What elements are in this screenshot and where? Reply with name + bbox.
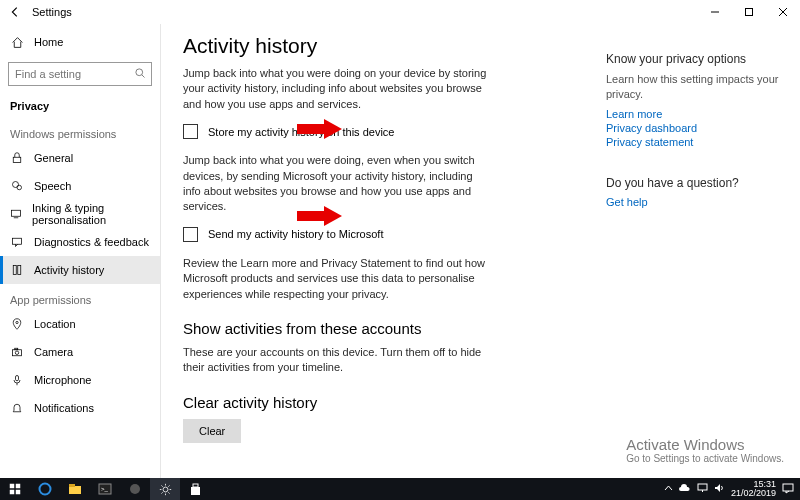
sidebar-item-diagnostics[interactable]: Diagnostics & feedback	[0, 228, 160, 256]
search-icon	[134, 67, 146, 81]
accounts-heading: Show activities from these accounts	[183, 320, 580, 337]
svg-rect-17	[10, 484, 15, 489]
tray-network-icon[interactable]	[697, 483, 708, 495]
svg-rect-15	[15, 348, 18, 350]
send-history-label: Send my activity history to Microsoft	[208, 228, 383, 240]
get-help-link[interactable]: Get help	[606, 196, 784, 208]
svg-rect-28	[191, 487, 200, 495]
main-area: Activity history Jump back into what you…	[160, 24, 800, 478]
sidebar-home-label: Home	[34, 36, 63, 48]
window-close-button[interactable]	[766, 0, 800, 24]
taskbar-date: 21/02/2019	[731, 489, 776, 498]
window-maximize-button[interactable]	[732, 0, 766, 24]
svg-rect-23	[69, 484, 75, 487]
intro-text: Jump back into what you were doing on yo…	[183, 66, 493, 112]
settings-sidebar: Home Privacy Windows permissions General…	[0, 24, 160, 478]
sidebar-item-inking[interactable]: Inking & typing personalisation	[0, 200, 160, 228]
sidebar-item-label: Diagnostics & feedback	[34, 236, 149, 248]
feedback-icon	[10, 236, 24, 248]
sidebar-item-label: Inking & typing personalisation	[32, 202, 160, 226]
taskbar-settings[interactable]	[150, 478, 180, 500]
page-title: Activity history	[183, 34, 580, 58]
svg-rect-16	[16, 376, 19, 381]
back-icon[interactable]	[8, 5, 22, 19]
taskbar-terminal[interactable]: >_	[90, 478, 120, 500]
learn-more-link[interactable]: Learn more	[606, 108, 784, 120]
svg-rect-10	[13, 266, 16, 275]
svg-point-6	[17, 185, 22, 190]
history-icon	[10, 264, 24, 276]
send-history-checkbox[interactable]	[183, 227, 198, 242]
svg-text:>_: >_	[101, 486, 109, 492]
svg-rect-7	[12, 210, 21, 216]
info-panel: Know your privacy options Learn how this…	[600, 24, 800, 478]
svg-rect-19	[10, 490, 15, 495]
start-button[interactable]	[0, 478, 30, 500]
sidebar-item-camera[interactable]: Camera	[0, 338, 160, 366]
question-heading: Do you have a question?	[606, 176, 784, 190]
sidebar-item-label: Activity history	[34, 264, 104, 276]
sidebar-search	[8, 62, 152, 86]
sidebar-item-label: Speech	[34, 180, 71, 192]
sidebar-item-label: Location	[34, 318, 76, 330]
inking-icon	[10, 208, 22, 220]
svg-rect-18	[16, 484, 21, 489]
sidebar-item-label: Microphone	[34, 374, 91, 386]
svg-rect-4	[13, 157, 21, 162]
search-input[interactable]	[8, 62, 152, 86]
svg-rect-22	[69, 486, 81, 494]
location-icon	[10, 318, 24, 330]
settings-content: Activity history Jump back into what you…	[160, 24, 600, 478]
tray-onedrive-icon[interactable]	[679, 484, 691, 495]
sidebar-item-general[interactable]: General	[0, 144, 160, 172]
sidebar-home[interactable]: Home	[0, 28, 160, 56]
sidebar-item-label: Camera	[34, 346, 73, 358]
tray-volume-icon[interactable]	[714, 483, 725, 495]
taskbar: >_ 15:31 21/02/2019	[0, 478, 800, 500]
svg-rect-30	[698, 484, 707, 490]
taskbar-clock[interactable]: 15:31 21/02/2019	[731, 480, 776, 498]
privacy-dashboard-link[interactable]: Privacy dashboard	[606, 122, 784, 134]
window-minimize-button[interactable]	[698, 0, 732, 24]
sidebar-item-notifications[interactable]: Notifications	[0, 394, 160, 422]
tray-up-icon[interactable]	[664, 484, 673, 495]
clear-button[interactable]: Clear	[183, 419, 241, 443]
svg-point-21	[40, 484, 51, 495]
taskbar-app[interactable]	[120, 478, 150, 500]
taskbar-store[interactable]	[180, 478, 210, 500]
taskbar-explorer[interactable]	[60, 478, 90, 500]
svg-rect-13	[13, 350, 22, 356]
svg-rect-11	[18, 266, 21, 275]
svg-point-14	[15, 351, 18, 354]
svg-rect-20	[16, 490, 21, 495]
sidebar-item-microphone[interactable]: Microphone	[0, 366, 160, 394]
privacy-options-body: Learn how this setting impacts your priv…	[606, 72, 784, 102]
sidebar-item-activity-history[interactable]: Activity history	[0, 256, 160, 284]
sidebar-item-label: General	[34, 152, 73, 164]
sidebar-item-speech[interactable]: Speech	[0, 172, 160, 200]
sidebar-group-heading: Windows permissions	[0, 118, 160, 144]
microphone-icon	[10, 374, 24, 386]
sidebar-item-location[interactable]: Location	[0, 310, 160, 338]
svg-point-26	[130, 484, 140, 494]
svg-point-12	[16, 321, 18, 323]
accounts-text: These are your accounts on this device. …	[183, 345, 493, 376]
annotation-arrow-icon	[324, 206, 342, 226]
svg-point-2	[136, 69, 143, 76]
svg-rect-9	[13, 238, 22, 244]
review-text: Review the Learn more and Privacy Statem…	[183, 256, 493, 302]
tray-notifications-icon[interactable]	[782, 482, 794, 496]
clear-heading: Clear activity history	[183, 394, 580, 411]
lock-icon	[10, 152, 24, 164]
bell-icon	[10, 402, 24, 414]
store-history-checkbox[interactable]	[183, 124, 198, 139]
window-titlebar: Settings	[0, 0, 800, 24]
sidebar-item-label: Notifications	[34, 402, 94, 414]
taskbar-edge[interactable]	[30, 478, 60, 500]
annotation-arrow-icon	[324, 119, 342, 139]
camera-icon	[10, 346, 24, 358]
privacy-statement-link[interactable]: Privacy statement	[606, 136, 784, 148]
svg-rect-29	[193, 484, 198, 487]
sidebar-current-section: Privacy	[0, 92, 160, 118]
svg-line-3	[142, 75, 145, 78]
